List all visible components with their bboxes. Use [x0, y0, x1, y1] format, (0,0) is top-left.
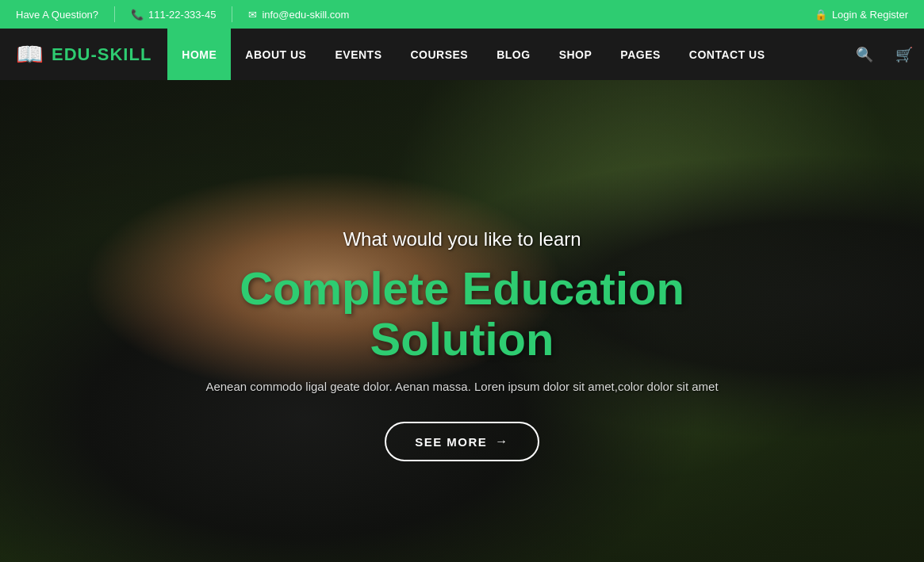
login-label: Login & Register — [832, 9, 908, 21]
hero-section: What would you like to learn Complete Ed… — [0, 80, 924, 562]
brand-name: EDU-SKILL — [52, 44, 151, 65]
nav-item-contact[interactable]: CONTACT US — [675, 29, 780, 80]
see-more-button[interactable]: SEE MORE → — [385, 422, 539, 461]
top-bar-question: Have A Question? — [16, 9, 98, 21]
nav-item-shop[interactable]: SHOP — [545, 29, 607, 80]
top-bar: Have A Question? 📞 111-22-333-45 ✉ info@… — [0, 0, 924, 29]
phone-icon: 📞 — [131, 9, 144, 21]
navbar: 📖 EDU-SKILL HOME ABOUT US EVENTS COURSES… — [0, 29, 924, 80]
phone-number: 111-22-333-45 — [148, 9, 216, 21]
brand-book-icon: 📖 — [16, 41, 44, 67]
brand[interactable]: 📖 EDU-SKILL — [0, 29, 167, 80]
nav-items: HOME ABOUT US EVENTS COURSES BLOG SHOP P… — [167, 29, 845, 80]
see-more-label: SEE MORE — [415, 435, 487, 449]
hero-description: Aenean commodo ligal geate dolor. Aenan … — [177, 380, 748, 393]
top-bar-email[interactable]: ✉ info@edu-skill.com — [248, 9, 349, 21]
nav-item-events[interactable]: EVENTS — [320, 29, 396, 80]
question-label: Have A Question? — [16, 9, 98, 21]
top-bar-phone[interactable]: 📞 111-22-333-45 — [131, 9, 216, 21]
top-bar-left: Have A Question? 📞 111-22-333-45 ✉ info@… — [16, 6, 349, 22]
nav-item-home[interactable]: HOME — [167, 29, 231, 80]
top-bar-divider-1 — [114, 6, 115, 22]
email-icon: ✉ — [248, 9, 257, 21]
login-register-button[interactable]: 🔒 Login & Register — [815, 9, 908, 21]
nav-item-pages[interactable]: PAGES — [606, 29, 674, 80]
nav-right: 🔍 🛒 — [845, 29, 924, 80]
email-address: info@edu-skill.com — [262, 9, 349, 21]
lock-icon: 🔒 — [815, 9, 827, 21]
hero-title: Complete Education Solution — [177, 263, 748, 365]
nav-item-blog[interactable]: BLOG — [482, 29, 544, 80]
cart-icon: 🛒 — [895, 46, 913, 63]
hero-subtitle: What would you like to learn — [177, 228, 748, 250]
cart-button[interactable]: 🛒 — [884, 29, 924, 80]
arrow-icon: → — [495, 434, 509, 449]
search-icon: 🔍 — [856, 46, 873, 63]
top-bar-divider-2 — [232, 6, 232, 22]
search-button[interactable]: 🔍 — [845, 29, 884, 80]
nav-item-courses[interactable]: COURSES — [396, 29, 482, 80]
nav-item-about[interactable]: ABOUT US — [231, 29, 320, 80]
hero-content: What would you like to learn Complete Ed… — [145, 228, 780, 462]
